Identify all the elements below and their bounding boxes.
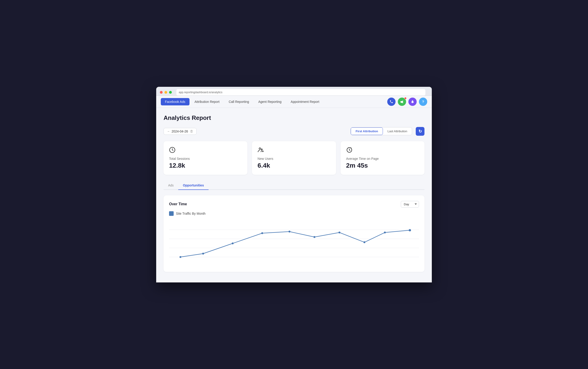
help-text: ? — [422, 100, 424, 103]
tab-facebook-ads[interactable]: Facebook Ads — [161, 98, 189, 105]
chart-dot — [384, 231, 386, 233]
sub-tabs: Ads Opportunities — [164, 181, 424, 190]
address-bar[interactable]: app.reportingdashboard.io/analytics — [176, 89, 425, 95]
refresh-icon: ↻ — [419, 129, 422, 134]
chart-dot — [232, 243, 234, 244]
chart-dot — [202, 253, 204, 254]
close-dot[interactable] — [160, 91, 163, 94]
date-end-value: 2024-04-26 — [172, 130, 188, 133]
tab-appointment-report[interactable]: Appointment Report — [287, 98, 324, 105]
notification-badge — [404, 97, 407, 99]
date-range-picker[interactable]: → 2024-04-26 🗓 — [164, 128, 197, 135]
chart-dot — [289, 231, 290, 232]
svg-point-2 — [261, 149, 263, 150]
chart-dot — [339, 231, 340, 233]
date-arrow-icon: → — [167, 130, 170, 133]
chart-area — [169, 220, 419, 266]
header-icons: ? — [387, 98, 427, 106]
chart-section: Over Time Day Week Month Site Traffic By… — [164, 195, 424, 272]
maximize-dot[interactable] — [169, 91, 172, 94]
new-users-value: 6.4k — [258, 162, 330, 169]
new-users-icon — [258, 147, 330, 154]
sub-tab-ads[interactable]: Ads — [164, 181, 178, 190]
phone-icon-button[interactable] — [387, 98, 395, 106]
stat-card-avg-time: Average Time on Page 2m 45s — [341, 141, 424, 175]
sub-tab-opportunities[interactable]: Opportunities — [178, 181, 208, 190]
refresh-button[interactable]: ↻ — [416, 127, 424, 136]
page-title: Analytics Report — [164, 114, 424, 122]
avg-time-value: 2m 45s — [346, 162, 419, 169]
stat-card-sessions: Total Sessions 12.8k — [164, 141, 247, 175]
header-toolbar: Facebook Ads Attribution Report Call Rep… — [156, 96, 432, 108]
first-attribution-button[interactable]: First Attribution — [351, 127, 383, 135]
address-text: app.reportingdashboard.io/analytics — [179, 91, 222, 94]
sessions-value: 12.8k — [169, 162, 242, 169]
avg-time-label: Average Time on Page — [346, 157, 419, 161]
last-attribution-button[interactable]: Last Attribution — [383, 127, 412, 135]
calendar-icon: 🗓 — [190, 130, 193, 133]
sessions-icon — [169, 147, 242, 154]
chart-dot — [261, 232, 263, 234]
browser-window: app.reportingdashboard.io/analytics Face… — [156, 87, 432, 282]
minimize-dot[interactable] — [165, 91, 167, 94]
new-users-label: New Users — [258, 157, 330, 161]
help-icon-button[interactable]: ? — [419, 98, 427, 106]
tab-agent-reporting[interactable]: Agent Reporting — [254, 98, 286, 105]
legend-swatch — [169, 211, 174, 216]
avg-time-icon — [346, 147, 419, 154]
traffic-chart-svg — [169, 220, 419, 266]
sessions-label: Total Sessions — [169, 157, 242, 161]
megaphone-icon-button[interactable] — [398, 98, 406, 106]
main-content: Analytics Report → 2024-04-26 🗓 First At… — [156, 108, 432, 282]
legend-label: Site Traffic By Month — [176, 212, 206, 215]
filter-row: → 2024-04-26 🗓 First Attribution Last At… — [164, 127, 424, 136]
svg-point-1 — [259, 148, 261, 149]
chart-legend: Site Traffic By Month — [169, 211, 419, 216]
chart-header: Over Time Day Week Month — [169, 201, 419, 208]
time-period-select[interactable]: Day Week Month — [401, 201, 419, 208]
chart-dot — [179, 256, 181, 258]
stat-card-new-users: New Users 6.4k — [252, 141, 336, 175]
chart-line — [180, 230, 410, 257]
attribution-toggle: First Attribution Last Attribution — [351, 127, 412, 135]
nav-tabs: Facebook Ads Attribution Report Call Rep… — [161, 98, 323, 105]
chart-dot-last — [409, 229, 411, 231]
chart-dot — [313, 236, 315, 238]
tab-call-reporting[interactable]: Call Reporting — [225, 98, 253, 105]
bell-icon-button[interactable] — [408, 98, 417, 106]
chart-dot — [364, 241, 365, 243]
chart-title: Over Time — [169, 202, 187, 206]
stats-row: Total Sessions 12.8k New Users 6.4k — [164, 141, 424, 175]
tab-attribution-report[interactable]: Attribution Report — [190, 98, 224, 105]
browser-chrome: app.reportingdashboard.io/analytics — [156, 87, 432, 96]
